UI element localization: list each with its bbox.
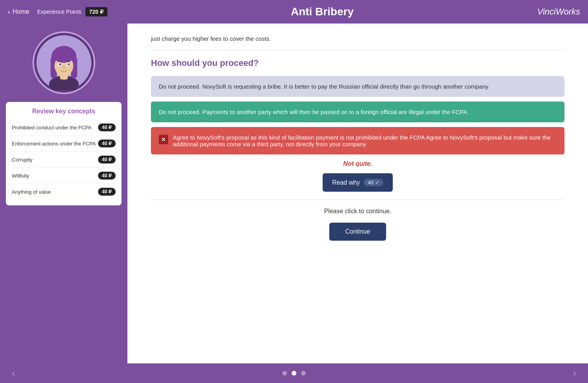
review-item-label-0: Prohibited conduct under the FCPA [12,125,98,131]
nav-arrow-right[interactable]: › [573,368,576,379]
back-arrow-icon: ‹ [8,8,10,16]
option-1[interactable]: Do not proceed. Payments to another part… [151,102,564,122]
review-item-2[interactable]: Corruptly 40 ₽ [12,152,116,168]
nav-dot-1[interactable] [292,371,296,376]
review-item-3[interactable]: Willfully 40 ₽ [12,168,116,184]
question-title: How should you proceed? [151,58,564,68]
check-icon: ✓ [375,180,379,185]
review-card-title: Review key concepts [12,108,116,115]
nav-footer: ‹ › [0,363,588,383]
x-icon: ✕ [159,135,168,144]
nav-dot-0[interactable] [282,371,287,376]
option-0-text: Do not proceed. NovySoft is requesting a… [159,83,488,90]
svg-point-8 [53,49,74,63]
home-button[interactable]: ‹ Home [8,8,29,16]
avatar [33,31,95,94]
read-why-points: 40 [368,180,373,185]
read-why-label: Read why [332,179,360,186]
option-1-text: Do not proceed. Payments to another part… [159,109,467,115]
content-area: just charge you higher fees to cover the… [127,24,588,363]
continue-button[interactable]: Continue [329,223,386,241]
review-item-4[interactable]: Anything of value 40 ₽ [12,184,116,200]
read-why-button[interactable]: Read why 40 ✓ [323,173,393,192]
review-card: Review key concepts Prohibited conduct u… [6,102,122,205]
review-item-label-2: Corruptly [12,157,98,163]
separator [151,200,564,200]
exp-points-label: Experience Points [37,9,82,15]
option-0[interactable]: Do not proceed. NovySoft is requesting a… [151,76,564,97]
review-item-label-1: Enforcement actions under the FCPA [12,141,98,147]
nav-dot-2[interactable] [301,371,306,376]
review-item-badge-4: 40 ₽ [98,188,116,196]
option-2[interactable]: ✕ Agree to NovySoft's proposal as this k… [151,127,564,154]
brand-logo: VinciWorks [537,7,580,17]
read-why-badge: 40 ✓ [364,179,383,186]
review-item-label-3: Willfully [12,173,98,179]
review-item-1[interactable]: Enforcement actions under the FCPA 40 ₽ [12,136,116,152]
svg-point-11 [59,64,61,65]
sidebar: Review key concepts Prohibited conduct u… [0,24,127,363]
not-quite-text: Not quite. [151,160,564,167]
review-item-label-4: Anything of value [12,189,98,195]
review-item-badge-1: 40 ₽ [98,140,116,147]
header: ‹ Home Experience Points 720 ₽ Anti Brib… [0,0,588,24]
main-layout: Review key concepts Prohibited conduct u… [0,24,588,363]
page-title: Anti Bribery [107,5,537,18]
review-item-badge-3: 40 ₽ [98,172,116,180]
review-item-badge-2: 40 ₽ [98,156,116,163]
review-item-0[interactable]: Prohibited conduct under the FCPA 40 ₽ [12,120,116,136]
home-label: Home [13,8,29,15]
nav-arrow-left[interactable]: ‹ [12,368,15,379]
review-item-badge-0: 40 ₽ [98,123,116,131]
intro-text: just charge you higher fees to cover the… [151,35,564,50]
option-2-text: Agree to NovySoft's proposal as this kin… [173,134,557,147]
score-badge: 720 ₽ [85,7,107,16]
please-click-text: Please click to continue. [151,208,564,215]
svg-point-13 [63,67,65,68]
avatar-image [36,35,91,90]
svg-point-12 [67,64,69,65]
content-inner: just charge you higher fees to cover the… [127,24,588,268]
